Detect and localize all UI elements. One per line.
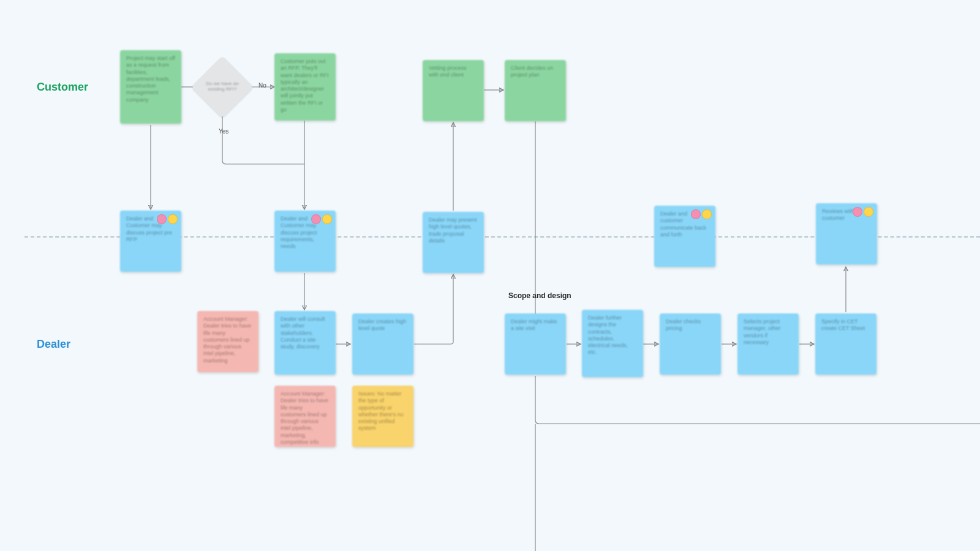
badge-icon <box>864 207 873 217</box>
node-select-pm[interactable]: Selects project manager, other vendors i… <box>737 313 799 375</box>
node-consult-stakeholders[interactable]: Dealer will consult with other stakehold… <box>274 311 336 375</box>
node-high-level-quote[interactable]: Dealer creates high level quote <box>352 313 413 375</box>
node-customer-rfp[interactable]: Customer puts out an RFP. They'll want d… <box>274 53 336 121</box>
node-text: Dealer will consult with other stakehold… <box>281 316 325 350</box>
node-text: Dealer further designs the contracts, sc… <box>588 315 628 355</box>
section-label-scope-design: Scope and design <box>508 291 571 300</box>
node-account-manager-1[interactable]: Account Manager: Dealer tries to have li… <box>197 311 258 372</box>
badge-icon <box>157 214 167 224</box>
badge-icon <box>311 214 321 224</box>
node-further-design[interactable]: Dealer further designs the contracts, sc… <box>582 310 643 377</box>
node-vetting[interactable]: Vetting process with end client <box>423 60 484 121</box>
node-text: Client decides on project plan <box>511 65 553 78</box>
node-present-quotes[interactable]: Dealer may present high level quotes, tr… <box>423 212 484 273</box>
node-project-origin[interactable]: Project may start off as a request from … <box>120 50 181 124</box>
edge-label-no: No <box>258 82 266 89</box>
node-account-manager-2[interactable]: Account Manager: Dealer tries to have li… <box>274 386 336 447</box>
node-text: Selects project manager, other vendors i… <box>744 318 781 345</box>
node-text: Dealer might make a site visit <box>511 318 557 331</box>
lane-label-dealer: Dealer <box>37 338 70 351</box>
node-text: Dealer creates high level quote <box>358 318 406 331</box>
node-text: Vetting process with end client <box>429 65 467 78</box>
node-text: Account Manager: Dealer tries to have li… <box>203 316 251 364</box>
edge-label-yes: Yes <box>219 128 228 135</box>
node-text: Account Manager: Dealer tries to have li… <box>281 391 328 445</box>
flow-canvas[interactable]: Customer Dealer <box>0 0 980 551</box>
lane-label-customer: Customer <box>37 81 88 94</box>
node-site-visit[interactable]: Dealer might make a site visit <box>505 313 566 375</box>
badge-icon <box>168 214 178 224</box>
decision-text: Do we have an existing RFI? <box>200 81 244 92</box>
badge-icon <box>691 209 701 219</box>
node-cet-sheet[interactable]: Specify in CET create CET Sheet <box>815 313 876 375</box>
node-text: Project may start off as a request from … <box>126 55 175 103</box>
badge-icon <box>853 207 862 217</box>
node-text: Customer puts out an RFP. They'll want d… <box>281 58 329 113</box>
node-client-decides[interactable]: Client decides on project plan <box>505 60 566 121</box>
node-text: Issues: No matter the type of opportunit… <box>358 391 404 431</box>
badge-icon <box>702 209 712 219</box>
node-text: Specify in CET create CET Sheet <box>821 318 865 331</box>
node-text: Dealer may present high level quotes, tr… <box>429 217 477 244</box>
node-issues[interactable]: Issues: No matter the type of opportunit… <box>352 386 413 447</box>
badge-icon <box>322 214 332 224</box>
node-text: Reviews with customer <box>822 208 854 221</box>
node-check-pricing[interactable]: Dealer checks pricing <box>660 313 721 375</box>
node-text: Dealer checks pricing <box>666 318 701 331</box>
